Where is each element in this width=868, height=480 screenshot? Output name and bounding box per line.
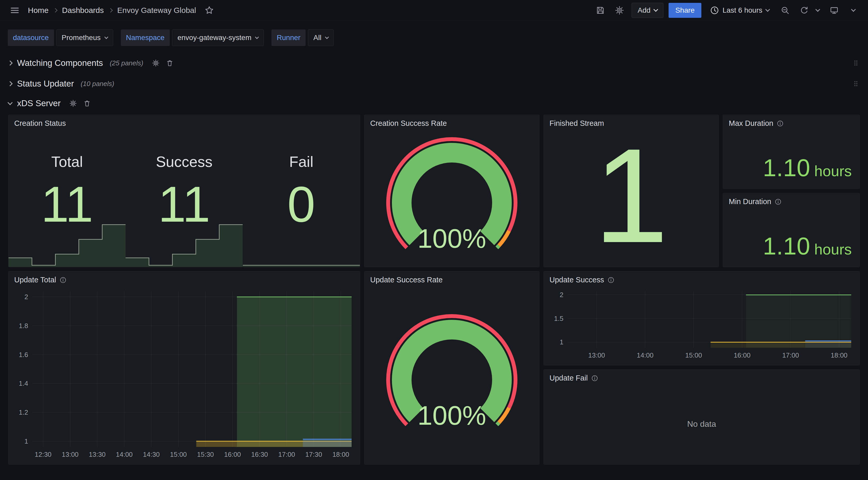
row-panel-count: (10 panels) — [81, 80, 114, 88]
chevron-down-icon — [653, 7, 658, 11]
svg-text:13:00: 13:00 — [62, 451, 79, 458]
row-delete-button[interactable] — [164, 57, 176, 69]
row-settings-button[interactable] — [67, 98, 79, 109]
zoom-out-icon — [781, 6, 789, 15]
panel-title[interactable]: Creation Success Rate — [370, 119, 447, 128]
stat-success: Success 11 — [126, 129, 243, 267]
panel-grid-row-1: Creation Status Total 11 Success 11 Fail — [8, 115, 860, 267]
clock-icon — [710, 6, 719, 15]
row-settings-button[interactable] — [150, 57, 161, 69]
save-dashboard-button[interactable] — [593, 3, 607, 17]
breadcrumb-current: Envoy Gateway Global — [117, 6, 196, 15]
tv-mode-button[interactable] — [827, 3, 841, 17]
panel-max-duration: Max Duration 1.10 hours — [723, 115, 860, 189]
panel-creation-success-rate: Creation Success Rate 100% — [364, 115, 539, 267]
collapse-nav-button[interactable] — [846, 3, 860, 17]
stat-unit: hours — [814, 241, 852, 258]
dashboard-canvas: Watching Components (25 panels) Status U… — [0, 46, 868, 464]
chevron-down-icon — [255, 35, 259, 39]
panel-title[interactable]: Update Success Rate — [370, 276, 442, 284]
panel-creation-status: Creation Status Total 11 Success 11 Fail — [8, 115, 360, 267]
info-icon[interactable] — [591, 375, 598, 382]
row-watching-components[interactable]: Watching Components (25 panels) — [8, 56, 860, 70]
variable-namespace: Namespace envoy-gateway-system — [121, 29, 264, 46]
panel-title[interactable]: Update Total — [14, 276, 56, 284]
svg-text:18:00: 18:00 — [333, 451, 349, 458]
drag-handle-icon — [852, 59, 860, 67]
gauge-creation-success-rate: 100% — [369, 131, 534, 265]
stat-value: 1.10 — [763, 154, 810, 182]
creation-status-stats: Total 11 Success 11 Fail 0 — [8, 129, 360, 267]
row-xds-server[interactable]: xDS Server — [8, 96, 860, 111]
svg-text:1.8: 1.8 — [19, 322, 28, 330]
stat-fail: Fail 0 — [243, 129, 360, 267]
row-delete-button[interactable] — [82, 98, 93, 109]
trash-icon — [84, 100, 91, 107]
chevron-down-icon — [815, 7, 820, 11]
info-icon[interactable] — [777, 120, 783, 127]
share-button[interactable]: Share — [669, 3, 702, 18]
panel-title[interactable]: Update Fail — [550, 374, 588, 382]
info-icon[interactable] — [60, 277, 66, 283]
time-range-picker[interactable]: Last 6 hours — [707, 3, 773, 18]
refresh-group — [797, 3, 822, 17]
chevron-down-icon — [765, 7, 770, 11]
update-success-chart[interactable]: 11.5213:0014:0015:0016:0017:0018:00 — [548, 287, 856, 362]
breadcrumb-separator-icon — [53, 8, 58, 12]
add-button[interactable]: Add — [632, 3, 663, 18]
refresh-button[interactable] — [797, 3, 811, 17]
update-total-chart[interactable]: 11.21.41.61.8212:3013:0013:3014:0014:301… — [12, 287, 356, 462]
stat-value: 1 — [544, 129, 718, 267]
star-icon — [205, 6, 214, 15]
info-icon[interactable] — [608, 277, 614, 283]
variable-runner: Runner All — [272, 29, 334, 46]
breadcrumb-home[interactable]: Home — [28, 6, 49, 15]
svg-text:2: 2 — [24, 293, 28, 301]
panel-finished-stream: Finished Stream 1 — [544, 115, 719, 267]
svg-text:16:00: 16:00 — [224, 451, 241, 458]
time-range-label: Last 6 hours — [722, 6, 762, 14]
gauge-value: 100% — [369, 223, 534, 254]
stat-label: Fail — [289, 153, 313, 170]
zoom-out-time-button[interactable] — [778, 3, 792, 17]
info-icon[interactable] — [775, 199, 781, 205]
svg-text:17:00: 17:00 — [782, 352, 799, 359]
svg-text:13:30: 13:30 — [89, 451, 106, 458]
variable-datasource: datasource Prometheus — [8, 29, 113, 46]
variable-runner-value[interactable]: All — [308, 29, 334, 46]
refresh-icon — [800, 6, 809, 15]
row-chevron-icon — [7, 100, 13, 105]
svg-text:16:30: 16:30 — [251, 451, 268, 458]
no-data-message: No data — [544, 384, 860, 464]
favorite-button[interactable] — [202, 3, 216, 17]
stat-value: 11 — [41, 179, 93, 230]
update-panel-stack: Update Success 11.5213:0014:0015:0016:00… — [544, 271, 860, 464]
stat-label: Success — [156, 153, 212, 170]
variable-datasource-selected: Prometheus — [62, 34, 101, 42]
stat-unit: hours — [814, 162, 852, 180]
panel-title[interactable]: Update Success — [550, 276, 604, 284]
panel-update-fail: Update Fail No data — [544, 369, 860, 464]
panel-update-success-rate: Update Success Rate 100% — [364, 271, 539, 464]
variable-datasource-label: datasource — [8, 29, 54, 46]
svg-text:15:30: 15:30 — [197, 451, 214, 458]
dashboard-settings-button[interactable] — [613, 3, 626, 17]
variable-datasource-value[interactable]: Prometheus — [56, 29, 113, 46]
duration-panel-stack: Max Duration 1.10 hours Min Duration — [723, 115, 860, 267]
panel-title[interactable]: Creation Status — [14, 119, 66, 128]
svg-text:12:30: 12:30 — [35, 451, 52, 458]
share-button-label: Share — [675, 6, 695, 14]
menu-toggle-button[interactable] — [8, 3, 22, 17]
stat-sparkline — [8, 223, 126, 267]
panel-title[interactable]: Max Duration — [729, 119, 773, 128]
svg-text:14:00: 14:00 — [116, 451, 133, 458]
panel-update-total: Update Total 11.21.41.61.8212:3013:0013:… — [8, 271, 360, 464]
row-drag-handle[interactable] — [852, 59, 860, 67]
breadcrumb-dashboards[interactable]: Dashboards — [62, 6, 104, 15]
refresh-interval-button[interactable] — [813, 3, 822, 17]
panel-title[interactable]: Min Duration — [729, 198, 771, 206]
breadcrumb: Home Dashboards Envoy Gateway Global — [28, 6, 196, 15]
variable-namespace-value[interactable]: envoy-gateway-system — [172, 29, 264, 46]
row-status-updater[interactable]: Status Updater (10 panels) — [8, 77, 860, 91]
row-drag-handle[interactable] — [852, 80, 860, 88]
